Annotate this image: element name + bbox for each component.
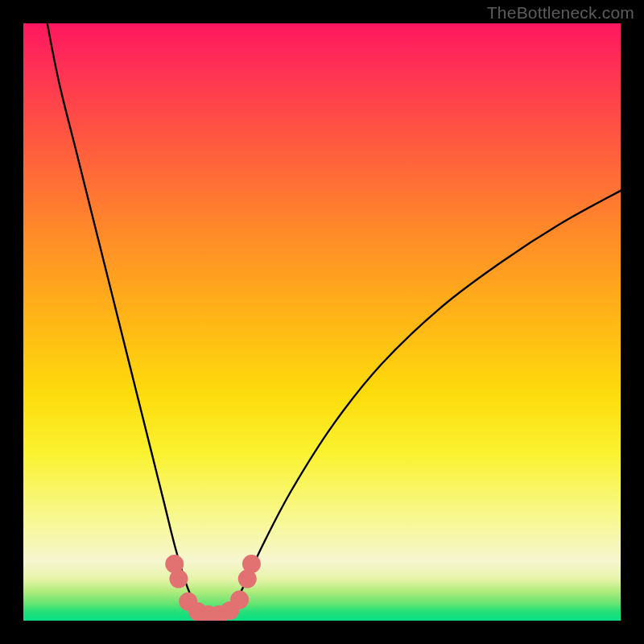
chart-frame: TheBottleneck.com [0, 0, 644, 644]
trough-marker [242, 555, 261, 573]
curve-group [47, 23, 621, 614]
plot-area [23, 23, 621, 621]
trough-marker [230, 591, 249, 609]
attribution-text: TheBottleneck.com [487, 3, 634, 23]
marker-group [165, 555, 261, 621]
curve-layer [23, 23, 621, 621]
trough-marker [169, 570, 188, 588]
v-curve [47, 23, 621, 614]
